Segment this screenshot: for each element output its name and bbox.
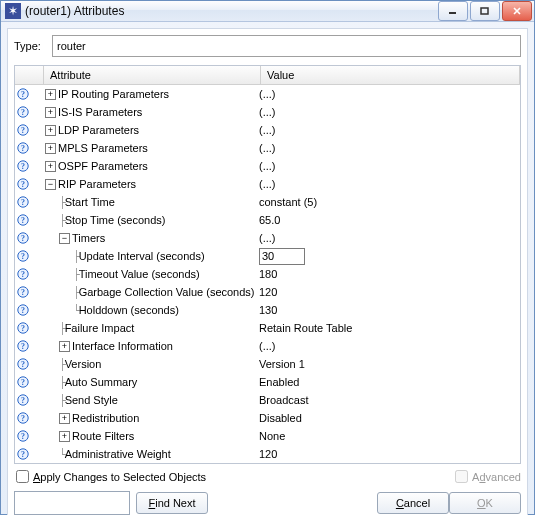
row-value[interactable]: 120 xyxy=(255,286,520,298)
row-attribute[interactable]: +MPLS Parameters xyxy=(45,142,255,154)
expand-icon[interactable]: + xyxy=(45,143,56,154)
table-row[interactable]: ?├ Stop Time (seconds)65.0 xyxy=(15,211,520,229)
help-icon[interactable]: ? xyxy=(17,124,29,136)
row-value[interactable]: Broadcast xyxy=(255,394,520,406)
table-row[interactable]: ?+RedistributionDisabled xyxy=(15,409,520,427)
help-icon[interactable]: ? xyxy=(17,250,29,262)
row-attribute[interactable]: ├ Stop Time (seconds) xyxy=(45,214,255,227)
row-value[interactable]: (...) xyxy=(255,106,520,118)
table-row[interactable]: ?−RIP Parameters(...) xyxy=(15,175,520,193)
row-attribute[interactable]: ├ Failure Impact xyxy=(45,322,255,335)
close-button[interactable] xyxy=(502,1,532,21)
row-attribute[interactable]: +Redistribution xyxy=(45,412,255,424)
row-attribute[interactable]: ├ Send Style xyxy=(45,394,255,407)
table-row[interactable]: ?├ Garbage Collection Value (seconds)120 xyxy=(15,283,520,301)
row-attribute[interactable]: +Interface Information xyxy=(45,340,255,352)
expand-icon[interactable]: + xyxy=(45,125,56,136)
row-attribute[interactable]: +IS-IS Parameters xyxy=(45,106,255,118)
row-value[interactable]: 180 xyxy=(255,268,520,280)
help-icon[interactable]: ? xyxy=(17,160,29,172)
table-row[interactable]: ?+MPLS Parameters(...) xyxy=(15,139,520,157)
row-attribute[interactable]: ├ Update Interval (seconds) xyxy=(45,250,255,263)
value-edit-input[interactable] xyxy=(259,248,305,265)
table-body[interactable]: ?+IP Routing Parameters(...)?+IS-IS Para… xyxy=(15,85,520,463)
help-icon[interactable]: ? xyxy=(17,340,29,352)
row-attribute[interactable]: +IP Routing Parameters xyxy=(45,88,255,100)
table-row[interactable]: ?+Route FiltersNone xyxy=(15,427,520,445)
table-row[interactable]: ?└ Administrative Weight120 xyxy=(15,445,520,463)
row-attribute[interactable]: +LDP Parameters xyxy=(45,124,255,136)
type-input[interactable] xyxy=(52,35,521,57)
row-value[interactable]: (...) xyxy=(255,88,520,100)
row-attribute[interactable]: −RIP Parameters xyxy=(45,178,255,190)
row-value[interactable]: (...) xyxy=(255,124,520,136)
row-attribute[interactable]: ├ Start Time xyxy=(45,196,255,209)
find-next-button[interactable]: Find Next xyxy=(136,492,208,514)
table-row[interactable]: ?+IS-IS Parameters(...) xyxy=(15,103,520,121)
help-icon[interactable]: ? xyxy=(17,376,29,388)
table-row[interactable]: ?├ VersionVersion 1 xyxy=(15,355,520,373)
row-value[interactable]: constant (5) xyxy=(255,196,520,208)
header-value[interactable]: Value xyxy=(261,66,520,84)
help-icon[interactable]: ? xyxy=(17,286,29,298)
row-value[interactable]: 65.0 xyxy=(255,214,520,226)
help-icon[interactable]: ? xyxy=(17,304,29,316)
collapse-icon[interactable]: − xyxy=(59,233,70,244)
row-attribute[interactable]: +Route Filters xyxy=(45,430,255,442)
row-value[interactable]: None xyxy=(255,430,520,442)
row-value[interactable] xyxy=(255,248,520,265)
row-attribute[interactable]: └ Holddown (seconds) xyxy=(45,304,255,317)
help-icon[interactable]: ? xyxy=(17,430,29,442)
apply-changes-checkbox[interactable] xyxy=(16,470,29,483)
expand-icon[interactable]: + xyxy=(59,413,70,424)
table-row[interactable]: ?+OSPF Parameters(...) xyxy=(15,157,520,175)
help-icon[interactable]: ? xyxy=(17,322,29,334)
row-value[interactable]: (...) xyxy=(255,178,520,190)
expand-icon[interactable]: + xyxy=(45,107,56,118)
table-row[interactable]: ?├ Update Interval (seconds) xyxy=(15,247,520,265)
row-attribute[interactable]: ├ Timeout Value (seconds) xyxy=(45,268,255,281)
row-value[interactable]: Enabled xyxy=(255,376,520,388)
row-attribute[interactable]: −Timers xyxy=(45,232,255,244)
table-row[interactable]: ?+LDP Parameters(...) xyxy=(15,121,520,139)
help-icon[interactable]: ? xyxy=(17,106,29,118)
table-row[interactable]: ?└ Holddown (seconds)130 xyxy=(15,301,520,319)
table-row[interactable]: ?+IP Routing Parameters(...) xyxy=(15,85,520,103)
expand-icon[interactable]: + xyxy=(45,89,56,100)
expand-icon[interactable]: + xyxy=(59,341,70,352)
expand-icon[interactable]: + xyxy=(59,431,70,442)
maximize-button[interactable] xyxy=(470,1,500,21)
header-attribute[interactable]: Attribute xyxy=(44,66,261,84)
row-attribute[interactable]: +OSPF Parameters xyxy=(45,160,255,172)
table-row[interactable]: ?+Interface Information(...) xyxy=(15,337,520,355)
expand-icon[interactable]: + xyxy=(45,161,56,172)
row-value[interactable]: (...) xyxy=(255,142,520,154)
help-icon[interactable]: ? xyxy=(17,268,29,280)
row-value[interactable]: Disabled xyxy=(255,412,520,424)
help-icon[interactable]: ? xyxy=(17,394,29,406)
table-row[interactable]: ?├ Send StyleBroadcast xyxy=(15,391,520,409)
row-attribute[interactable]: ├ Auto Summary xyxy=(45,376,255,389)
row-value[interactable]: (...) xyxy=(255,232,520,244)
row-value[interactable]: (...) xyxy=(255,160,520,172)
minimize-button[interactable] xyxy=(438,1,468,21)
row-attribute[interactable]: ├ Version xyxy=(45,358,255,371)
cancel-button[interactable]: Cancel xyxy=(377,492,449,514)
table-row[interactable]: ?├ Failure ImpactRetain Route Table xyxy=(15,319,520,337)
row-value[interactable]: 130 xyxy=(255,304,520,316)
help-icon[interactable]: ? xyxy=(17,412,29,424)
row-value[interactable]: 120 xyxy=(255,448,520,460)
table-row[interactable]: ?├ Timeout Value (seconds)180 xyxy=(15,265,520,283)
row-value[interactable]: Version 1 xyxy=(255,358,520,370)
row-attribute[interactable]: ├ Garbage Collection Value (seconds) xyxy=(45,286,255,299)
help-icon[interactable]: ? xyxy=(17,232,29,244)
help-icon[interactable]: ? xyxy=(17,196,29,208)
help-icon[interactable]: ? xyxy=(17,178,29,190)
row-value[interactable]: (...) xyxy=(255,340,520,352)
help-icon[interactable]: ? xyxy=(17,88,29,100)
collapse-icon[interactable]: − xyxy=(45,179,56,190)
table-row[interactable]: ?−Timers(...) xyxy=(15,229,520,247)
table-row[interactable]: ?├ Auto SummaryEnabled xyxy=(15,373,520,391)
table-row[interactable]: ?├ Start Timeconstant (5) xyxy=(15,193,520,211)
find-input[interactable] xyxy=(14,491,130,515)
